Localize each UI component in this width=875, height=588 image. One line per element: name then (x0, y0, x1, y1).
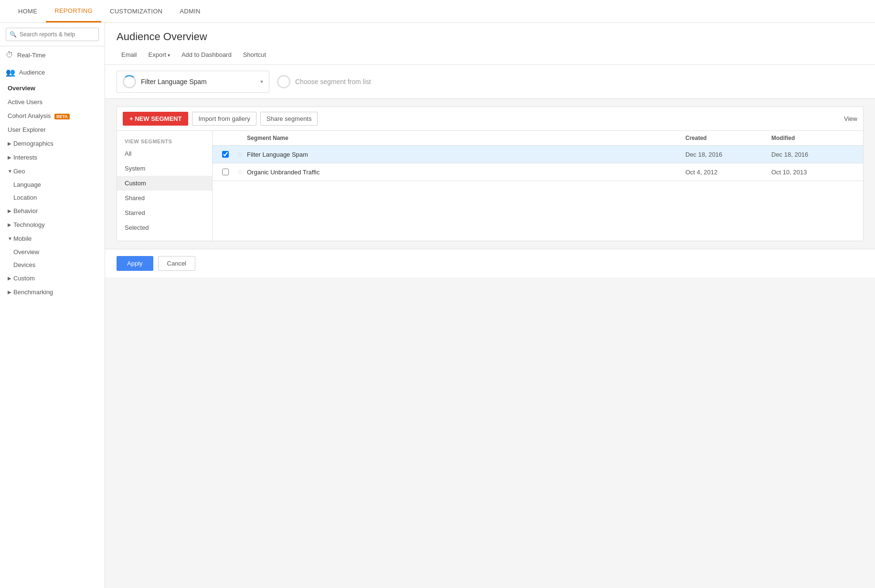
row1-name: Filter Language Spam (247, 151, 685, 158)
beta-badge: BETA (54, 114, 70, 119)
new-segment-button[interactable]: + NEW SEGMENT (123, 112, 188, 126)
apply-button[interactable]: Apply (117, 256, 153, 271)
toolbar: Email Export Add to Dashboard Shortcut (117, 49, 864, 64)
segment-nav-selected[interactable]: Selected (117, 220, 212, 235)
segment-selected-name: Filter Language Spam (141, 78, 256, 86)
segment-nav-all[interactable]: All (117, 146, 212, 161)
demographics-label: Demographics (13, 140, 53, 147)
row1-checkbox-cell (218, 151, 233, 158)
segment-left-nav: VIEW SEGMENTS All System Custom Shared S… (117, 131, 213, 241)
table-row: ☆ Organic Unbranded Traffic Oct 4, 2012 … (213, 163, 863, 181)
share-segments-button[interactable]: Share segments (260, 112, 318, 126)
segment-spinner (123, 75, 136, 88)
interests-label: Interests (13, 154, 37, 161)
custom-arrow: ▶ (8, 276, 11, 281)
segment-bar: Filter Language Spam ▾ Choose segment fr… (105, 65, 875, 99)
behavior-arrow: ▶ (8, 208, 11, 214)
search-input[interactable] (6, 28, 99, 41)
segment-selector[interactable]: Filter Language Spam ▾ (117, 71, 269, 93)
behavior-label: Behavior (13, 207, 38, 214)
segment-panel-toolbar: + NEW SEGMENT Import from gallery Share … (117, 107, 863, 131)
sidebar-expand-custom[interactable]: ▶ Custom (0, 271, 105, 285)
segment-nav-custom[interactable]: Custom (117, 176, 212, 191)
sidebar-item-audience[interactable]: 👥 Audience (0, 64, 105, 81)
sidebar-expand-interests[interactable]: ▶ Interests (0, 150, 105, 164)
geo-arrow: ▼ (8, 169, 11, 174)
sidebar-expand-behavior[interactable]: ▶ Behavior (0, 204, 105, 218)
segment-nav-shared[interactable]: Shared (117, 191, 212, 205)
sidebar-link-active-users[interactable]: Active Users (0, 95, 105, 109)
import-gallery-button[interactable]: Import from gallery (192, 112, 256, 126)
sidebar-item-realtime[interactable]: ⏱ Real-Time (0, 46, 105, 64)
row2-star-icon[interactable]: ☆ (237, 168, 243, 176)
add-to-dashboard-button[interactable]: Add to Dashboard (177, 49, 236, 61)
header-checkbox (218, 135, 233, 141)
segment-list-container: VIEW SEGMENTS All System Custom Shared S… (117, 131, 863, 241)
sidebar-expand-technology[interactable]: ▶ Technology (0, 218, 105, 232)
row2-star-cell: ☆ (233, 168, 247, 176)
sidebar-search-container: 🔍 (0, 23, 105, 46)
segment-choose[interactable]: Choose segment from list (277, 75, 371, 88)
row2-checkbox[interactable] (222, 169, 229, 175)
header-name: Segment Name (247, 135, 685, 141)
sidebar-link-language[interactable]: Language (0, 178, 105, 191)
nav-customization[interactable]: CUSTOMIZATION (101, 1, 171, 21)
row1-modified: Dec 18, 2016 (771, 151, 857, 158)
search-wrap: 🔍 (6, 28, 99, 41)
sidebar-link-overview[interactable]: Overview (0, 81, 105, 95)
bottom-bar: Apply Cancel (105, 249, 875, 278)
sidebar-expand-demographics[interactable]: ▶ Demographics (0, 137, 105, 150)
technology-arrow: ▶ (8, 222, 11, 227)
sidebar-realtime-label: Real-Time (17, 52, 45, 59)
header-star (233, 135, 247, 141)
sidebar-link-mobile-overview[interactable]: Overview (0, 246, 105, 258)
main-layout: 🔍 ⏱ Real-Time 👥 Audience Overview Active… (0, 23, 875, 588)
sidebar-link-location[interactable]: Location (0, 191, 105, 204)
email-button[interactable]: Email (117, 49, 142, 61)
benchmarking-label: Benchmarking (13, 289, 53, 296)
segment-nav-system[interactable]: System (117, 161, 212, 176)
nav-admin[interactable]: ADMIN (171, 1, 209, 21)
segment-panel-toolbar-left: + NEW SEGMENT Import from gallery Share … (123, 112, 318, 126)
row2-created: Oct 4, 2012 (685, 169, 771, 176)
sidebar: 🔍 ⏱ Real-Time 👥 Audience Overview Active… (0, 23, 105, 588)
nav-reporting[interactable]: REPORTING (46, 0, 101, 22)
row2-name: Organic Unbranded Traffic (247, 169, 685, 176)
main-content: Audience Overview Email Export Add to Da… (105, 23, 875, 588)
sidebar-link-cohort[interactable]: Cohort Analysis BETA (0, 109, 105, 123)
view-button[interactable]: View (844, 115, 857, 122)
sidebar-link-devices[interactable]: Devices (0, 258, 105, 271)
segment-choose-spinner (277, 75, 290, 88)
demographics-arrow: ▶ (8, 141, 11, 146)
content-header: Audience Overview Email Export Add to Da… (105, 23, 875, 65)
mobile-label: Mobile (13, 235, 32, 242)
segment-nav-starred[interactable]: Starred (117, 205, 212, 220)
segment-choose-label: Choose segment from list (295, 78, 371, 86)
table-header: Segment Name Created Modified (213, 131, 863, 146)
page-title: Audience Overview (117, 31, 864, 43)
realtime-icon: ⏱ (6, 51, 13, 59)
interests-arrow: ▶ (8, 155, 11, 160)
benchmarking-arrow: ▶ (8, 289, 11, 295)
segment-dropdown-arrow: ▾ (260, 78, 263, 85)
segment-left-nav-label: VIEW SEGMENTS (117, 137, 212, 146)
technology-label: Technology (13, 221, 45, 228)
sidebar-audience-label: Audience (19, 69, 45, 76)
header-created: Created (685, 135, 771, 141)
row2-modified: Oct 10, 2013 (771, 169, 857, 176)
audience-icon: 👥 (6, 68, 15, 77)
search-icon: 🔍 (10, 31, 17, 38)
shortcut-button[interactable]: Shortcut (238, 49, 271, 61)
nav-home[interactable]: HOME (10, 1, 46, 21)
segment-table: Segment Name Created Modified ☆ Filter L… (213, 131, 863, 241)
row1-star-cell: ☆ (233, 150, 247, 158)
sidebar-link-user-explorer[interactable]: User Explorer (0, 123, 105, 137)
row1-star-icon[interactable]: ☆ (237, 150, 243, 158)
row1-checkbox[interactable] (222, 151, 229, 158)
cancel-button[interactable]: Cancel (158, 256, 195, 271)
row1-created: Dec 18, 2016 (685, 151, 771, 158)
sidebar-expand-geo[interactable]: ▼ Geo (0, 164, 105, 178)
export-button[interactable]: Export (144, 49, 175, 61)
sidebar-expand-benchmarking[interactable]: ▶ Benchmarking (0, 285, 105, 299)
sidebar-expand-mobile[interactable]: ▼ Mobile (0, 232, 105, 246)
